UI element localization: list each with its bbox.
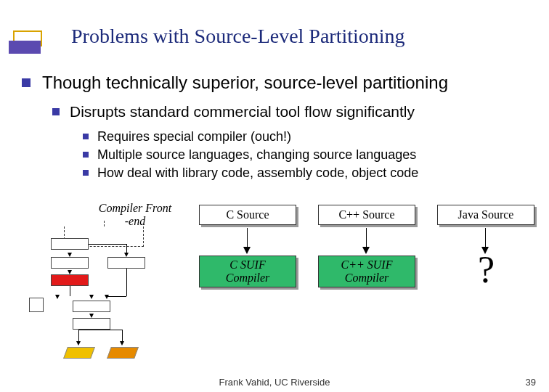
- cpp-suif-compiler-box: C++ SUIF Compiler: [318, 256, 415, 287]
- arrow-line: [485, 228, 486, 248]
- mini-box: [73, 301, 110, 312]
- java-source-box: Java Source: [437, 205, 534, 225]
- arrow-down-icon: [243, 247, 251, 254]
- compiler-front-end-label: Compiler Front -end: [84, 202, 186, 227]
- bullet-level2: Disrupts standard commercial tool flow s…: [36, 103, 534, 121]
- arrow-down-icon: [105, 295, 109, 299]
- output-shape-yellow: [63, 347, 95, 359]
- dashed-nub: [104, 221, 105, 226]
- mini-box: [107, 257, 145, 269]
- title-ornament: [9, 30, 46, 57]
- connector: [78, 330, 79, 341]
- connector: [107, 296, 126, 297]
- bullet-level1: Though technically superior, source-leve…: [22, 73, 534, 93]
- arrow-down-icon: [89, 314, 94, 318]
- arrow-line: [247, 228, 248, 248]
- arrow-down-icon: [362, 247, 370, 254]
- connector: [126, 269, 127, 296]
- arrow-down-icon: [120, 341, 124, 346]
- diagram-area: Compiler Front -end C Source C++ Source …: [29, 202, 537, 362]
- question-mark: ?: [478, 248, 495, 291]
- mini-box: [29, 298, 44, 312]
- content-area: Though technically superior, source-leve…: [22, 73, 534, 184]
- connector: [122, 330, 123, 341]
- c-suif-compiler-box: C SUIF Compiler: [199, 256, 296, 287]
- bullet-level3: How deal with library code, assembly cod…: [51, 166, 534, 181]
- connector: [70, 286, 70, 296]
- mini-box: [51, 238, 89, 250]
- arrow-down-icon: [124, 253, 129, 257]
- bullet-level3: Requires special compiler (ouch!): [51, 129, 534, 144]
- output-shape-orange: [107, 347, 139, 359]
- slide-title: Problems with Source-Level Partitioning: [71, 25, 405, 48]
- arrow-down-icon: [68, 270, 72, 274]
- c-source-box: C Source: [199, 205, 296, 225]
- mini-box: [73, 318, 110, 330]
- connector: [126, 244, 127, 253]
- arrow-down-icon: [76, 341, 81, 346]
- arrow-down-icon: [89, 295, 94, 299]
- arrow-down-icon: [55, 295, 60, 299]
- mini-box: [51, 257, 89, 269]
- bullet-level3: Multiple source languages, changing sour…: [51, 147, 534, 163]
- page-number: 39: [526, 377, 536, 388]
- mini-box-highlight: [51, 274, 89, 286]
- cpp-source-box: C++ Source: [318, 205, 415, 225]
- footer-credit: Frank Vahid, UC Riverside: [0, 377, 549, 388]
- arrow-line: [366, 228, 367, 248]
- connector: [78, 330, 122, 330]
- connector: [89, 244, 126, 245]
